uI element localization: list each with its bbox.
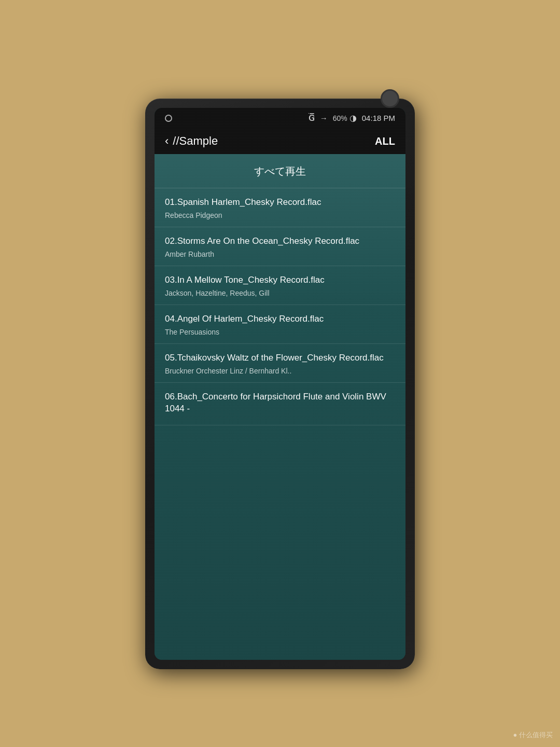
track-item[interactable]: 01.Spanish Harlem_Chesky Record.flac Reb… — [155, 188, 405, 227]
status-left — [165, 115, 172, 122]
track-artist: Amber Rubarth — [165, 250, 395, 258]
status-right: G̅ → 60% ◑ 04:18 PM — [309, 113, 395, 123]
strap-attachment — [381, 89, 399, 108]
device-screen: G̅ → 60% ◑ 04:18 PM ‹ //Sample ALL すべて再生 — [155, 108, 405, 660]
battery-indicator: 60% ◑ — [333, 113, 357, 123]
status-bar: G̅ → 60% ◑ 04:18 PM — [155, 108, 405, 128]
track-artist: Jackson, Hazeltine, Reedus, Gill — [165, 289, 395, 297]
track-title: 01.Spanish Harlem_Chesky Record.flac — [165, 197, 395, 209]
track-item[interactable]: 05.Tchaikovsky Waltz of the Flower_Chesk… — [155, 344, 405, 383]
track-title: 03.In A Mellow Tone_Chesky Record.flac — [165, 274, 395, 286]
track-title: 02.Storms Are On the Ocean_Chesky Record… — [165, 236, 395, 247]
brightness-icon: ◑ — [349, 113, 357, 123]
track-title: 06.Bach_Concerto for Harpsichord Flute a… — [165, 391, 395, 415]
arrow-icon: → — [320, 114, 328, 122]
status-circle-icon — [165, 115, 172, 122]
track-item[interactable]: 04.Angel Of Harlem_Chesky Record.flac Th… — [155, 305, 405, 344]
clock-display: 04:18 PM — [362, 114, 395, 122]
track-list-container[interactable]: すべて再生 01.Spanish Harlem_Chesky Record.fl… — [155, 154, 405, 660]
track-artist: The Persuasions — [165, 328, 395, 336]
nav-bar: ‹ //Sample ALL — [155, 128, 405, 154]
page-title: //Sample — [173, 134, 218, 148]
all-button[interactable]: ALL — [375, 135, 395, 147]
watermark: ● 什么值得买 — [513, 730, 553, 740]
play-all-row[interactable]: すべて再生 — [155, 154, 405, 188]
track-title: 04.Angel Of Harlem_Chesky Record.flac — [165, 313, 395, 325]
back-arrow-icon: ‹ — [165, 134, 169, 148]
network-icon: G̅ — [309, 114, 315, 123]
device-body: G̅ → 60% ◑ 04:18 PM ‹ //Sample ALL すべて再生 — [145, 99, 415, 669]
play-all-label: すべて再生 — [254, 165, 306, 177]
battery-pct-label: 60% — [333, 114, 347, 122]
track-artist: Rebecca Pidgeon — [165, 211, 395, 219]
track-artist: Bruckner Orchester Linz / Bernhard Kl.. — [165, 367, 395, 375]
track-title: 05.Tchaikovsky Waltz of the Flower_Chesk… — [165, 352, 395, 364]
track-item[interactable]: 03.In A Mellow Tone_Chesky Record.flac J… — [155, 266, 405, 305]
track-item[interactable]: 02.Storms Are On the Ocean_Chesky Record… — [155, 227, 405, 266]
track-item[interactable]: 06.Bach_Concerto for Harpsichord Flute a… — [155, 383, 405, 425]
back-button[interactable]: ‹ //Sample — [165, 134, 218, 148]
